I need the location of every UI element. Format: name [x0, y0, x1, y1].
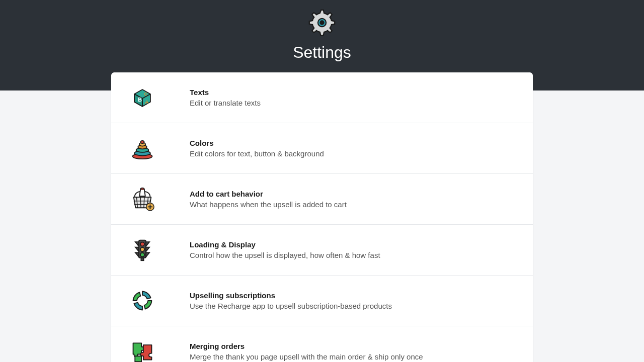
- item-text: Add to cart behavior What happens when t…: [190, 190, 347, 209]
- item-description: What happens when the upsell is added to…: [190, 200, 347, 209]
- basket-icon: [129, 186, 155, 212]
- item-text: Loading & Display Control how the upsell…: [190, 240, 380, 259]
- item-title: Colors: [190, 139, 324, 147]
- settings-item-add-to-cart[interactable]: Add to cart behavior What happens when t…: [111, 174, 533, 225]
- item-description: Merge the thank you page upsell with the…: [190, 352, 423, 361]
- item-description: Use the Recharge app to upsell subscript…: [190, 302, 392, 310]
- settings-item-loading-display[interactable]: Loading & Display Control how the upsell…: [111, 225, 533, 276]
- svg-rect-16: [141, 258, 143, 260]
- settings-item-colors[interactable]: Colors Edit colors for text, button & ba…: [111, 123, 533, 174]
- item-title: Merging orders: [190, 342, 423, 350]
- svg-point-15: [140, 253, 144, 257]
- svg-point-10: [140, 141, 144, 143]
- svg-point-14: [140, 247, 144, 251]
- blocks-icon: B C A: [129, 84, 155, 111]
- item-title: Add to cart behavior: [190, 190, 347, 198]
- item-description: Edit colors for text, button & backgroun…: [190, 149, 324, 158]
- svg-point-13: [140, 242, 144, 246]
- svg-point-1: [320, 21, 324, 24]
- item-text: Colors Edit colors for text, button & ba…: [190, 139, 324, 158]
- item-text: Texts Edit or translate texts: [190, 88, 261, 107]
- item-title: Texts: [190, 88, 261, 97]
- recycle-icon: [129, 288, 155, 314]
- settings-list: B C A Texts Edit or translate texts: [111, 72, 533, 362]
- item-text: Upselling subscriptions Use the Recharge…: [190, 291, 392, 310]
- svg-text:C: C: [144, 92, 148, 97]
- traffic-light-icon: [129, 237, 155, 263]
- item-title: Loading & Display: [190, 240, 380, 249]
- item-description: Edit or translate texts: [190, 99, 261, 107]
- svg-text:B: B: [138, 97, 142, 103]
- settings-item-merging-orders[interactable]: Merging orders Merge the thank you page …: [111, 326, 533, 362]
- settings-item-texts[interactable]: B C A Texts Edit or translate texts: [111, 72, 533, 123]
- puzzle-icon: [129, 338, 155, 362]
- settings-item-upselling-subscriptions[interactable]: Upselling subscriptions Use the Recharge…: [111, 276, 533, 326]
- svg-text:A: A: [145, 99, 148, 105]
- item-text: Merging orders Merge the thank you page …: [190, 342, 423, 361]
- item-description: Control how the upsell is displayed, how…: [190, 251, 380, 259]
- gear-icon: [308, 9, 336, 36]
- page-title: Settings: [293, 43, 351, 62]
- item-title: Upselling subscriptions: [190, 291, 392, 300]
- stacking-rings-icon: [129, 135, 155, 161]
